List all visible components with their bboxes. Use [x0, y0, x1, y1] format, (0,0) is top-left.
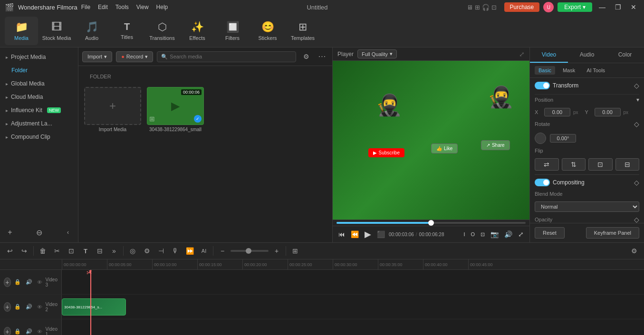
flip-horizontal-button[interactable]: ⇄ — [535, 158, 559, 171]
delete-button[interactable]: 🗑 — [37, 245, 49, 257]
rotate-keyframe-button[interactable]: ◇ — [634, 120, 639, 128]
prev-frame-button[interactable]: ⏮ — [336, 230, 347, 239]
preview-progress-bar[interactable] — [336, 222, 526, 224]
mark-out-button[interactable]: O — [469, 230, 477, 239]
video2-clip[interactable]: 30438-381229864_s... — [62, 298, 126, 316]
compositing-toggle[interactable] — [535, 179, 550, 186]
blend-mode-select[interactable]: Normal — [535, 201, 639, 212]
mark-in-button[interactable]: I — [461, 230, 467, 239]
undo-button[interactable]: ↩ — [4, 245, 16, 257]
toolbar-titles[interactable]: T Titles — [110, 17, 144, 45]
menu-help[interactable]: Help — [156, 4, 168, 10]
collapse-panel-button[interactable]: ‹ — [62, 226, 74, 239]
icon-headphone[interactable]: 🎧 — [482, 4, 490, 11]
add-folder-button[interactable]: + — [4, 226, 16, 239]
menu-tools[interactable]: Tools — [115, 4, 129, 10]
track-video2-body[interactable]: 30438-381229864_s... — [62, 295, 644, 319]
toolbar-audio[interactable]: 🎵 Audio — [75, 17, 108, 45]
track-video1-lock-button[interactable]: 🔒 — [13, 328, 22, 335]
toolbar-stock-media[interactable]: 🎞 Stock Media — [40, 17, 73, 45]
filter-icon[interactable]: ⚙ — [300, 50, 312, 63]
play-button[interactable]: ▶ — [363, 228, 373, 240]
icon-share2[interactable]: ⊞ — [475, 4, 480, 11]
toolbar-stickers[interactable]: 😊 Stickers — [251, 17, 284, 45]
sidebar-item-adjustment[interactable]: ▸ Adjustment La... — [0, 117, 78, 130]
tab-audio[interactable]: Audio — [568, 48, 606, 63]
tab-color[interactable]: Color — [606, 48, 644, 63]
track-video3-lock-button[interactable]: 🔒 — [13, 278, 22, 286]
toolbar-media[interactable]: 📁 Media — [5, 17, 38, 45]
purchase-button[interactable]: Purchase — [504, 2, 540, 12]
clip-settings-button[interactable]: ⊡ — [479, 230, 487, 239]
volume-button[interactable]: 🔊 — [502, 230, 514, 239]
skip-back-button[interactable]: ⏪ — [349, 230, 361, 239]
settings-button[interactable]: ⚙ — [141, 245, 153, 257]
rotate-input[interactable] — [550, 134, 576, 143]
flip-h2-button[interactable]: ⊡ — [588, 158, 613, 171]
menu-view[interactable]: View — [136, 4, 149, 10]
sidebar-item-global-media[interactable]: ▸ Global Media — [0, 77, 78, 90]
sidebar-item-folder[interactable]: Folder — [0, 64, 78, 77]
track-video1-add-button[interactable]: + — [4, 327, 11, 335]
track-video1-eye-button[interactable]: 👁 — [36, 328, 44, 335]
zoom-in-button[interactable]: + — [270, 245, 283, 257]
track-video2-audio-button[interactable]: 🔊 — [24, 303, 34, 310]
zoom-out-button[interactable]: − — [216, 245, 229, 257]
voice-button[interactable]: 🎙 — [169, 245, 182, 257]
track-video3-eye-button[interactable]: 👁 — [36, 279, 44, 286]
track-video2-eye-button[interactable]: 👁 — [36, 304, 44, 310]
track-video1-audio-button[interactable]: 🔊 — [24, 328, 34, 335]
y-input[interactable] — [595, 108, 621, 116]
fullscreen-button[interactable]: ⤢ — [516, 230, 526, 239]
import-media-item[interactable]: + Import Media — [84, 87, 141, 132]
flip-v2-button[interactable]: ⊟ — [615, 158, 640, 171]
opacity-keyframe-button[interactable]: ◇ — [634, 216, 639, 223]
stabilize-button[interactable]: ◎ — [126, 245, 139, 257]
transform-keyframe-button[interactable]: ◇ — [634, 82, 639, 89]
ai-button[interactable]: AI — [198, 245, 210, 257]
track-video3-add-button[interactable]: + — [4, 278, 11, 287]
media-clip-item[interactable]: 00:00:06 ▶ ✓ ⊞ 30438-381229864_small — [147, 87, 204, 132]
stop-button[interactable]: ⬛ — [375, 230, 387, 239]
record-button[interactable]: ● Record ▾ — [116, 51, 153, 62]
preview-expand-icon[interactable]: ⤢ — [519, 50, 525, 58]
toolbar-templates[interactable]: ⊞ Templates — [286, 17, 319, 45]
menu-edit[interactable]: Edit — [98, 4, 108, 10]
trim-button[interactable]: ⊣ — [155, 245, 167, 257]
track-video3-body[interactable]: ✂ — [62, 270, 644, 294]
keyframe-panel-button[interactable]: Keyframe Panel — [586, 227, 639, 239]
compositing-keyframe-button[interactable]: ◇ — [634, 179, 639, 186]
tab-video[interactable]: Video — [530, 48, 568, 63]
track-video2-lock-button[interactable]: 🔒 — [13, 303, 22, 310]
sidebar-item-project-media[interactable]: ▸ Project Media — [0, 50, 78, 64]
remove-folder-button[interactable]: ⊖ — [33, 226, 45, 239]
toolbar-transitions[interactable]: ⬡ Transitions — [145, 17, 179, 45]
track-video3-audio-button[interactable]: 🔊 — [24, 278, 34, 286]
crop-button[interactable]: ⊡ — [65, 245, 77, 257]
reset-button[interactable]: Reset — [535, 227, 565, 239]
sidebar-item-compound-clip[interactable]: ▸ Compound Clip — [0, 130, 78, 144]
snapshot-button[interactable]: 📷 — [489, 230, 500, 239]
window-minimize-button[interactable]: — — [596, 2, 608, 12]
track-video2-add-button[interactable]: + — [4, 302, 11, 312]
more-options-icon[interactable]: ··· — [316, 50, 328, 63]
more-button[interactable]: » — [108, 245, 120, 257]
split-button[interactable]: ⊟ — [94, 245, 106, 257]
icon-apps[interactable]: ⊡ — [491, 4, 497, 11]
window-close-button[interactable]: ✕ — [628, 2, 639, 12]
toolbar-filters[interactable]: 🔲 Filters — [216, 17, 249, 45]
menu-file[interactable]: File — [81, 4, 90, 10]
position-expand-button[interactable]: ▾ — [636, 96, 639, 103]
grid-button[interactable]: ⊞ — [289, 245, 301, 257]
subtab-basic[interactable]: Basic — [535, 66, 555, 75]
x-input[interactable] — [544, 108, 570, 116]
settings2-button[interactable]: ⚙ — [628, 245, 640, 257]
text-button[interactable]: T — [79, 245, 92, 257]
sidebar-item-cloud-media[interactable]: ▸ Cloud Media — [0, 90, 78, 104]
zoom-slider[interactable] — [231, 250, 269, 252]
export-button[interactable]: Export ▾ — [557, 2, 592, 12]
subtab-mask[interactable]: Mask — [559, 66, 579, 75]
cut-button[interactable]: ✂ — [51, 245, 63, 257]
user-avatar[interactable]: U — [543, 2, 554, 12]
sidebar-item-influence-kit[interactable]: ▸ Influence Kit NEW — [0, 104, 78, 117]
